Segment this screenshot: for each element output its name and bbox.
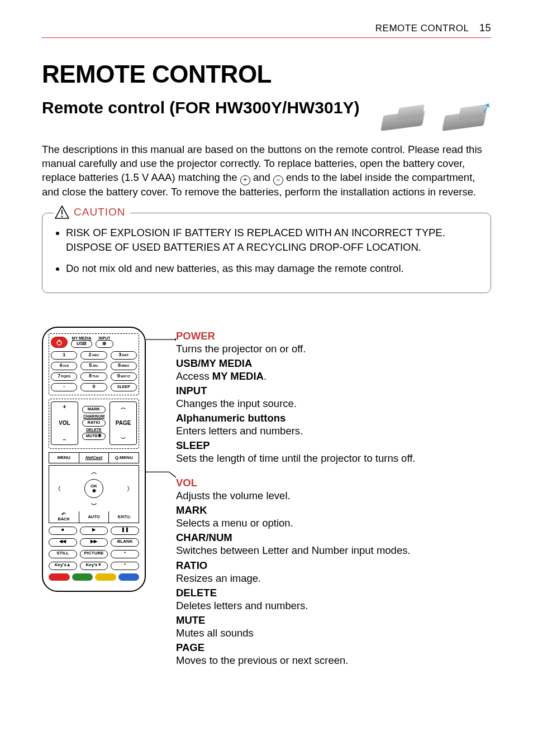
svg-line-8 [169, 472, 176, 477]
asterisk-button-2[interactable]: * [111, 562, 139, 570]
caution-item: RISK OF EXPLOSION IF BATTERY IS REPLACED… [66, 226, 477, 255]
blank-button[interactable]: BLANK [111, 538, 139, 547]
desc-def: Enters letters and numbers. [176, 424, 415, 437]
key-9[interactable]: 9WXYZ [111, 372, 137, 381]
power-button[interactable] [51, 337, 68, 348]
desc-def: Turns the projector on or off. [176, 342, 415, 355]
usb-button[interactable]: USB [71, 340, 92, 348]
vol-rocker[interactable]: + VOL − [51, 401, 78, 445]
plus-icon: + [240, 175, 250, 185]
battery-remove-illustration: ➚ [440, 101, 491, 135]
caution-item: Do not mix old and new batteries, as thi… [66, 261, 477, 276]
exit-button[interactable]: EXIT⏍ [109, 511, 139, 523]
arrow-down-icon: ﹀ [91, 501, 97, 509]
ok-button[interactable]: OK ◉ [84, 479, 103, 498]
color-blue-button[interactable] [118, 573, 140, 581]
key-8[interactable]: 8TUV [80, 372, 107, 381]
dpad[interactable]: ︿ ﹀ 〈 〉 OK ◉ [49, 465, 139, 511]
desc-def: Switches between Letter and Number input… [176, 544, 415, 557]
desc-def: Mutes all sounds [176, 626, 415, 639]
color-green-button[interactable] [72, 573, 93, 581]
desc-def: Deletes letters and numbers. [176, 599, 415, 612]
key-5[interactable]: 5JKL [80, 362, 107, 370]
asterisk-button[interactable]: * [111, 550, 139, 558]
page-number: 15 [479, 22, 491, 34]
header-section: REMOTE CONTROL [375, 23, 469, 34]
desc-term: MARK [176, 504, 415, 516]
keys-down-button[interactable]: Key's▼ [80, 562, 108, 570]
page-header: REMOTE CONTROL 15 [42, 22, 491, 38]
still-button[interactable]: STILL [49, 550, 77, 558]
leader-lines [146, 330, 176, 669]
warning-icon [55, 205, 69, 219]
plus-icon: + [63, 404, 66, 410]
page-rocker[interactable]: ︿ PAGE ﹀ [110, 401, 137, 445]
desc-term: DELETE [176, 587, 415, 599]
key-7[interactable]: 7PQRS [51, 372, 77, 381]
desc-def: Access MY MEDIA. [176, 370, 415, 382]
chevron-up-icon: ︿ [121, 404, 126, 412]
back-button[interactable]: ↶BACK [49, 511, 79, 523]
desc-term: MUTE [176, 614, 415, 626]
key-4[interactable]: 4GHI [51, 362, 77, 370]
desc-term: PAGE [176, 642, 415, 654]
caution-box: CAUTION RISK OF EXPLOSION IF BATTERY IS … [42, 213, 491, 293]
intro-paragraph: The descriptions in this manual are base… [42, 143, 491, 199]
charnum-label: CHAR/NUM [83, 414, 104, 418]
sleep-button[interactable]: SLEEP [111, 383, 137, 391]
remote-group-mid: + VOL − MARK CHAR/NUM RATIO DELETE MUTE✱… [49, 399, 139, 449]
desc-def: Resizes an image. [176, 572, 415, 585]
key-0[interactable]: 0 [80, 383, 107, 391]
ffwd-button[interactable]: ▶▶ [80, 538, 108, 547]
menu-button[interactable]: MENU [49, 453, 79, 463]
power-icon [56, 339, 63, 346]
input-label: INPUT [99, 336, 111, 340]
remote-diagram: MY MEDIA USB INPUT ⊕ 1 2ABC 3DEF 4GHI 5J… [42, 327, 146, 592]
minus-icon: − [273, 175, 283, 185]
desc-term: VOL [176, 477, 415, 489]
key-6[interactable]: 6MNO [111, 362, 137, 370]
delete-label: DELETE [86, 428, 102, 432]
key-dash[interactable]: - [51, 383, 77, 391]
page-title: REMOTE CONTROL [42, 60, 491, 88]
arrow-left-icon: 〈 [55, 484, 61, 492]
desc-def: Selects a menu or option. [176, 516, 415, 529]
rewind-button[interactable]: ◀◀ [49, 538, 77, 547]
svg-point-2 [61, 216, 63, 217]
mymedia-label: MY MEDIA [72, 336, 92, 340]
ratio-button[interactable]: RATIO [82, 419, 106, 427]
desc-def: Moves to the previous or next screen. [176, 654, 415, 667]
play-button[interactable]: ▶ [80, 527, 108, 535]
desc-term: SLEEP [176, 439, 415, 452]
arrow-up-icon: ︿ [91, 468, 97, 476]
netcast-button[interactable]: NetCast [79, 453, 110, 463]
menu-row: MENU NetCast Q.MENU [49, 452, 139, 463]
picture-button[interactable]: PICTURE [80, 550, 108, 558]
key-2[interactable]: 2ABC [80, 351, 107, 360]
keys-up-button[interactable]: Key's▲ [49, 562, 77, 570]
input-button[interactable]: ⊕ [96, 340, 113, 348]
desc-def: Adjusts the volume level. [176, 489, 415, 502]
chevron-down-icon: ﹀ [121, 435, 126, 443]
arrow-right-icon: 〉 [127, 484, 133, 492]
record-icon: ◉ [92, 489, 96, 493]
desc-term: INPUT [176, 385, 415, 397]
color-red-button[interactable] [49, 573, 70, 581]
desc-term: RATIO [176, 559, 415, 572]
mark-button[interactable]: MARK [82, 406, 106, 413]
desc-term: USB/MY MEDIA [176, 357, 415, 370]
pause-button[interactable]: ❚❚ [111, 527, 139, 535]
minus-icon: − [63, 437, 66, 443]
mute-button[interactable]: MUTE✱ [82, 433, 106, 440]
page-subtitle: Remote control (FOR HW300Y/HW301Y) [42, 98, 367, 118]
desc-term: CHAR/NUM [176, 532, 415, 544]
auto-button[interactable]: AUTO [79, 511, 110, 523]
button-descriptions: POWER Turns the projector on or off. USB… [176, 330, 415, 669]
desc-term: Alphanumeric buttons [176, 412, 415, 424]
color-yellow-button[interactable] [95, 573, 116, 581]
key-1[interactable]: 1 [51, 351, 77, 360]
caution-label: CAUTION [74, 206, 126, 218]
key-3[interactable]: 3DEF [111, 351, 137, 360]
qmenu-button[interactable]: Q.MENU [109, 453, 139, 463]
stop-button[interactable]: ■ [49, 527, 77, 535]
